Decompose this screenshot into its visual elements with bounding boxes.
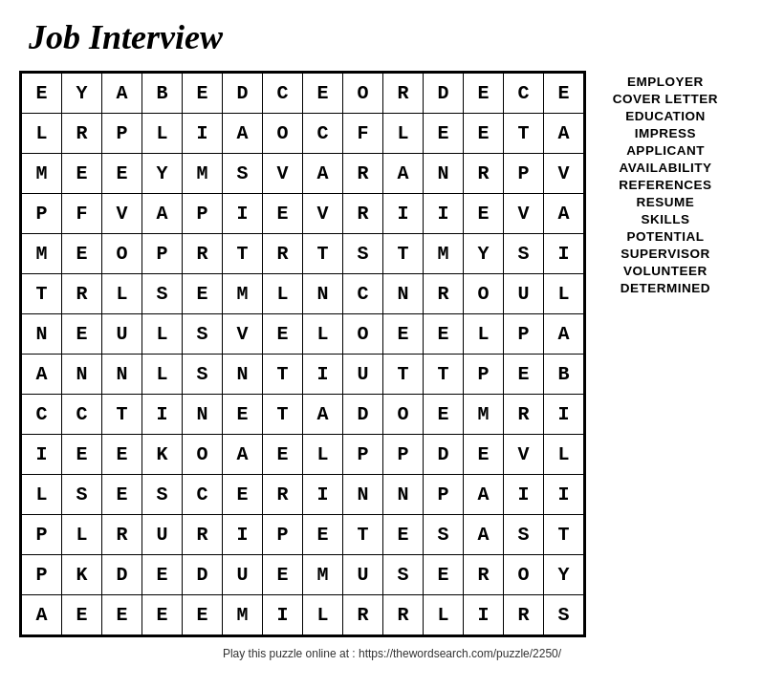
word-list-item: IMPRESS [635, 126, 696, 140]
grid-cell: I [383, 194, 424, 234]
word-list-item: SUPERVISOR [621, 247, 709, 261]
grid-cell: Y [464, 234, 504, 274]
grid-cell: V [102, 194, 142, 234]
grid-cell: A [383, 154, 424, 194]
grid-cell: C [504, 74, 544, 114]
grid-cell: S [504, 234, 544, 274]
grid-cell: A [303, 395, 343, 435]
grid-cell: P [102, 114, 142, 154]
grid-cell: T [223, 234, 263, 274]
grid-cell: A [102, 74, 142, 114]
grid-cell: L [464, 314, 504, 355]
grid-cell: U [504, 274, 544, 314]
grid-cell: R [183, 234, 223, 274]
grid-cell: O [504, 555, 544, 595]
grid-cell: R [504, 595, 544, 635]
grid-cell: T [343, 515, 383, 555]
grid-cell: T [383, 234, 424, 274]
grid-cell: P [343, 435, 383, 475]
grid-cell: L [424, 595, 464, 635]
grid-cell: I [544, 395, 584, 435]
grid-cell: U [102, 314, 142, 355]
grid-cell: E [62, 154, 102, 194]
grid-cell: E [102, 595, 142, 635]
grid-cell: S [383, 555, 424, 595]
grid-cell: L [303, 435, 343, 475]
grid-cell: I [142, 395, 183, 435]
grid-cell: R [343, 194, 383, 234]
grid-cell: R [102, 515, 142, 555]
grid-cell: P [22, 555, 62, 595]
grid-cell: A [544, 314, 584, 355]
grid-cell: I [22, 435, 62, 475]
grid-cell: E [183, 274, 223, 314]
grid-cell: R [464, 555, 504, 595]
grid-cell: I [263, 595, 303, 635]
grid-cell: E [22, 74, 62, 114]
grid-cell: I [544, 475, 584, 515]
grid-cell: E [303, 74, 343, 114]
grid-cell: A [464, 515, 504, 555]
word-list-item: AVAILABILITY [620, 161, 712, 175]
grid-cell: D [102, 555, 142, 595]
grid-cell: L [142, 355, 183, 395]
grid-cell: P [383, 435, 424, 475]
grid-cell: E [464, 74, 504, 114]
grid-cell: A [22, 355, 62, 395]
grid-cell: I [464, 595, 504, 635]
grid-cell: V [263, 154, 303, 194]
grid-cell: D [183, 555, 223, 595]
grid-cell: N [303, 274, 343, 314]
grid-cell: P [504, 154, 544, 194]
grid-cell: C [62, 395, 102, 435]
grid-cell: T [424, 355, 464, 395]
grid-cell: E [102, 154, 142, 194]
grid-cell: E [263, 555, 303, 595]
grid-cell: Y [62, 74, 102, 114]
grid-cell: E [383, 515, 424, 555]
grid-cell: R [62, 114, 102, 154]
grid-cell: L [62, 515, 102, 555]
grid-cell: Y [142, 154, 183, 194]
grid-cell: L [383, 114, 424, 154]
grid-cell: O [343, 314, 383, 355]
grid-cell: N [102, 355, 142, 395]
grid-cell: V [504, 194, 544, 234]
grid-cell: O [343, 74, 383, 114]
grid-cell: T [263, 355, 303, 395]
grid-cell: P [464, 355, 504, 395]
word-list-item: APPLICANT [626, 143, 705, 158]
grid-cell: O [102, 234, 142, 274]
grid-cell: R [504, 395, 544, 435]
grid-cell: L [303, 314, 343, 355]
grid-cell: R [383, 595, 424, 635]
grid-cell: N [62, 355, 102, 395]
grid-cell: S [183, 314, 223, 355]
grid-cell: M [183, 154, 223, 194]
grid-cell: I [303, 475, 343, 515]
grid-cell: E [62, 595, 102, 635]
grid-cell: E [142, 555, 183, 595]
grid-cell: V [303, 194, 343, 234]
grid-cell: T [102, 395, 142, 435]
grid-cell: I [223, 194, 263, 234]
grid-cell: L [142, 314, 183, 355]
grid-cell: L [22, 114, 62, 154]
grid-cell: E [424, 555, 464, 595]
grid-cell: P [142, 234, 183, 274]
word-list-item: COVER LETTER [613, 92, 718, 106]
grid-cell: M [424, 234, 464, 274]
grid-cell: L [544, 435, 584, 475]
grid-cell: E [223, 395, 263, 435]
grid-cell: N [383, 274, 424, 314]
grid-cell: E [102, 435, 142, 475]
grid-cell: E [102, 475, 142, 515]
grid-cell: E [62, 435, 102, 475]
grid-cell: P [183, 194, 223, 234]
grid-cell: E [424, 395, 464, 435]
grid-cell: T [383, 355, 424, 395]
grid-cell: A [464, 475, 504, 515]
grid-cell: I [544, 234, 584, 274]
grid-cell: M [22, 154, 62, 194]
grid-cell: I [303, 355, 343, 395]
